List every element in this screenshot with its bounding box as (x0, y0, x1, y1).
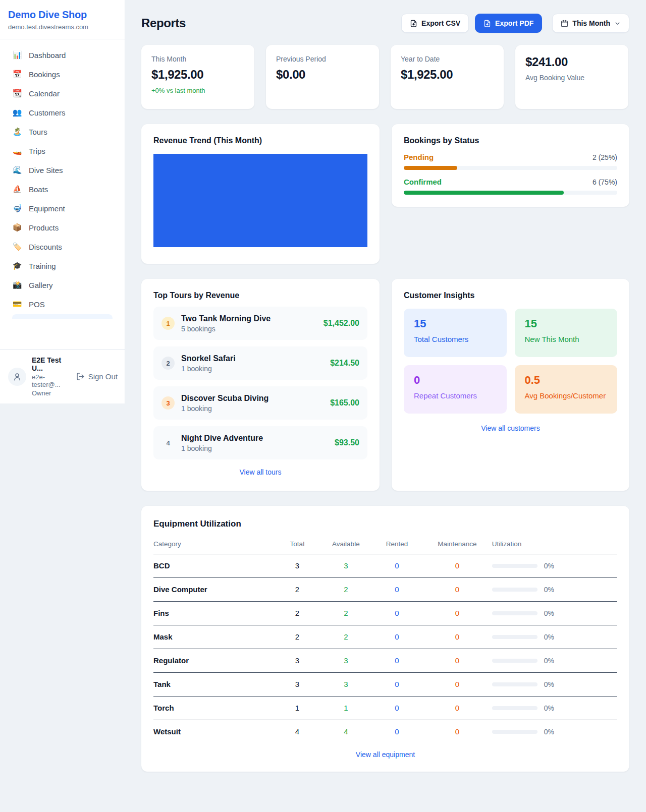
equipment-utilization-card: Equipment Utilization Category Total Ava… (141, 506, 629, 772)
sidebar-item-label: Gallery (29, 281, 53, 289)
bookings-by-status-title: Bookings by Status (404, 136, 617, 145)
tile-value: 15 (525, 317, 608, 330)
utilization-bar (492, 611, 537, 615)
sidebar-item-reports-partial[interactable] (12, 314, 113, 319)
credit-card-icon: 💳 (12, 300, 22, 309)
tour-revenue: $1,452.00 (324, 319, 359, 328)
stat-card-avg-booking-value: $241.00 Avg Booking Value (515, 45, 628, 109)
cell-available: 2 (320, 578, 371, 602)
shop-domain: demo.test.divestreams.com (8, 23, 117, 31)
page-title: Reports (141, 16, 186, 30)
export-pdf-button[interactable]: Export PDF (475, 14, 542, 33)
revenue-trend-chart (153, 154, 367, 247)
cell-total: 2 (274, 578, 320, 602)
sidebar-item-discounts[interactable]: 🏷️ Discounts (6, 238, 119, 256)
cell-maintenance: 0 (422, 602, 492, 625)
sidebar-item-label: Equipment (29, 204, 65, 213)
cell-rented: 0 (371, 625, 422, 649)
table-row: Dive Computer 2 2 0 0 0% (153, 578, 617, 602)
export-csv-button[interactable]: Export CSV (401, 14, 469, 33)
revenue-trend-card: Revenue Trend (This Month) (141, 124, 380, 264)
cell-rented: 0 (371, 697, 422, 720)
customer-insights-title: Customer Insights (404, 291, 617, 300)
cell-total: 2 (274, 625, 320, 649)
cell-total: 3 (274, 649, 320, 673)
utilization-percent: 0% (544, 609, 554, 617)
table-row: Wetsuit 4 4 0 0 0% (153, 720, 617, 744)
period-select[interactable]: This Month (552, 14, 629, 33)
stat-label: Avg Booking Value (525, 74, 618, 82)
progress-track (404, 191, 617, 195)
cell-available: 1 (320, 697, 371, 720)
sidebar-item-label: Trips (29, 147, 45, 155)
cell-maintenance: 0 (422, 697, 492, 720)
sign-out-label: Sign Out (88, 372, 118, 381)
export-pdf-label: Export PDF (495, 19, 533, 27)
sidebar-item-equipment[interactable]: 🤿 Equipment (6, 199, 119, 217)
rank-badge: 4 (162, 436, 175, 449)
lists-row: Top Tours by Revenue 1 Two Tank Morning … (141, 279, 629, 491)
sidebar-item-gallery[interactable]: 📸 Gallery (6, 276, 119, 294)
utilization-percent: 0% (544, 586, 554, 594)
status-label: Pending (404, 153, 434, 161)
sidebar-item-pos[interactable]: 💳 POS (6, 295, 119, 313)
cell-available: 3 (320, 649, 371, 673)
sidebar-item-label: Products (29, 223, 59, 232)
sidebar-item-calendar[interactable]: 📆 Calendar (6, 84, 119, 102)
sidebar-item-dive-sites[interactable]: 🌊 Dive Sites (6, 161, 119, 179)
utilization-percent: 0% (544, 728, 554, 736)
file-download-icon (410, 20, 417, 27)
view-all-tours-link[interactable]: View all tours (153, 468, 367, 476)
sidebar-item-label: Discounts (29, 243, 62, 251)
dashboard-icon: 📊 (12, 50, 22, 60)
sidebar-item-label: Boats (29, 185, 48, 194)
sidebar: Demo Dive Shop demo.test.divestreams.com… (0, 0, 125, 403)
graduation-cap-icon: 🎓 (12, 261, 22, 270)
user-role: Owner (32, 389, 71, 397)
export-csv-label: Export CSV (421, 19, 460, 27)
cell-total: 4 (274, 720, 320, 744)
stat-delta: +0% vs last month (151, 87, 244, 94)
tile-label: Total Customers (414, 335, 497, 343)
calendar-icon (561, 20, 568, 27)
period-label: This Month (572, 19, 610, 27)
cell-rented: 0 (371, 578, 422, 602)
stat-value: $241.00 (525, 55, 618, 69)
cell-category: Mask (153, 625, 274, 649)
sign-out-button[interactable]: Sign Out (76, 372, 118, 381)
tour-list-item: 2 Snorkel Safari 1 booking $214.50 (153, 346, 367, 380)
view-all-equipment-link[interactable]: View all equipment (153, 750, 617, 759)
utilization-percent: 0% (544, 657, 554, 665)
chevron-down-icon (614, 20, 621, 27)
status-label: Confirmed (404, 178, 442, 186)
sidebar-item-bookings[interactable]: 📅 Bookings (6, 65, 119, 83)
column-header-utilization: Utilization (492, 534, 617, 554)
camera-icon: 📸 (12, 280, 22, 289)
utilization-percent: 0% (544, 562, 554, 570)
cell-available: 3 (320, 554, 371, 578)
revenue-trend-title: Revenue Trend (This Month) (153, 136, 367, 145)
sidebar-item-label: Tours (29, 128, 47, 136)
sidebar-item-trips[interactable]: 🚤 Trips (6, 142, 119, 160)
sidebar-item-dashboard[interactable]: 📊 Dashboard (6, 46, 119, 64)
tour-bookings: 1 booking (181, 365, 236, 373)
sidebar-item-products[interactable]: 📦 Products (6, 218, 119, 237)
cell-available: 4 (320, 720, 371, 744)
tile-value: 15 (414, 317, 497, 330)
table-row: Tank 3 3 0 0 0% (153, 673, 617, 697)
charts-row: Revenue Trend (This Month) Bookings by S… (141, 124, 629, 264)
cell-category: Wetsuit (153, 720, 274, 744)
stat-label: Year to Date (401, 55, 494, 63)
sidebar-item-boats[interactable]: ⛵ Boats (6, 180, 119, 198)
calendar-date-icon: 📅 (12, 70, 22, 79)
speedboat-icon: 🚤 (12, 146, 22, 155)
bookings-by-status-card: Bookings by Status Pending 2 (25%) Confi… (392, 124, 629, 207)
sidebar-item-tours[interactable]: 🏝️ Tours (6, 123, 119, 141)
tour-name: Snorkel Safari (181, 354, 236, 363)
view-all-customers-link[interactable]: View all customers (404, 424, 617, 432)
sidebar-item-customers[interactable]: 👥 Customers (6, 103, 119, 122)
sidebar-item-training[interactable]: 🎓 Training (6, 257, 119, 275)
cell-category: BCD (153, 554, 274, 578)
cell-category: Regulator (153, 649, 274, 673)
sailboat-icon: ⛵ (12, 185, 22, 194)
